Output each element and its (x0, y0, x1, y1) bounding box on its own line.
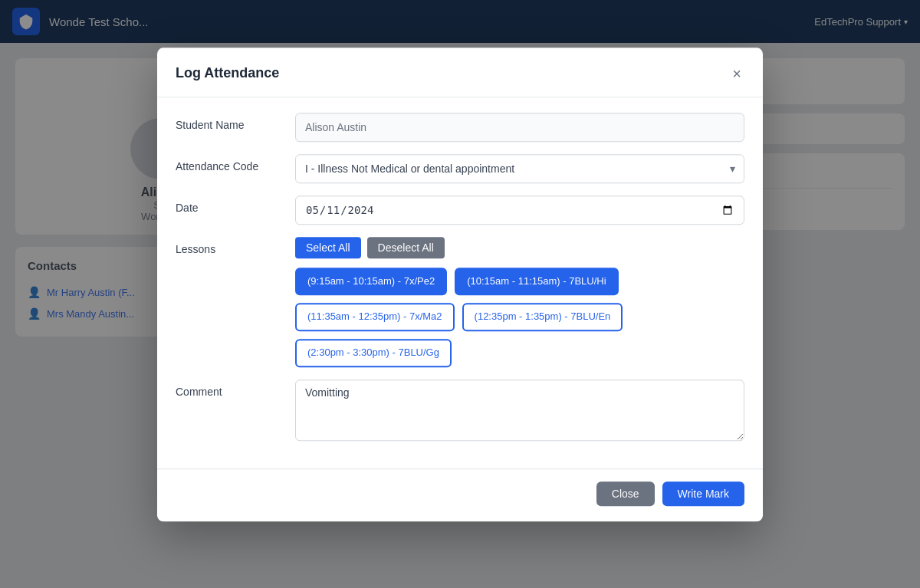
date-input[interactable] (295, 195, 744, 225)
log-attendance-modal: Log Attendance × Student Name Attendance… (157, 48, 763, 522)
student-name-label: Student Name (176, 113, 283, 131)
attendance-code-wrapper: I - Illness Not Medical or dental appoin… (295, 154, 744, 183)
comment-row: Comment Vomitting (176, 379, 744, 441)
lessons-grid: (9:15am - 10:15am) - 7x/Pe2 (10:15am - 1… (295, 268, 744, 368)
modal-body: Student Name Attendance Code I - Illness… (157, 97, 763, 469)
lessons-label: Lessons (176, 237, 283, 255)
lesson-button-5[interactable]: (2:30pm - 3:30pm) - 7BLU/Gg (295, 340, 452, 368)
deselect-all-button[interactable]: Deselect All (367, 237, 445, 258)
close-modal-button[interactable]: Close (596, 481, 655, 506)
write-mark-button[interactable]: Write Mark (662, 481, 744, 506)
attendance-code-select[interactable]: I - Illness Not Medical or dental appoin… (295, 154, 744, 183)
comment-textarea[interactable]: Vomitting (295, 379, 744, 441)
modal-title: Log Attendance (176, 65, 279, 81)
student-name-row: Student Name (176, 113, 744, 142)
lessons-row: Lessons Select All Deselect All (9:15am … (176, 237, 744, 368)
modal-header: Log Attendance × (157, 48, 763, 97)
date-label: Date (176, 195, 283, 214)
comment-label: Comment (176, 379, 283, 398)
lessons-controls: Select All Deselect All (295, 237, 744, 258)
student-name-field (295, 113, 744, 142)
attendance-code-row: Attendance Code I - Illness Not Medical … (176, 154, 744, 183)
lesson-button-3[interactable]: (11:35am - 12:35pm) - 7x/Ma2 (295, 304, 455, 332)
modal-close-button[interactable]: × (729, 63, 744, 84)
attendance-code-label: Attendance Code (176, 154, 283, 172)
lesson-button-1[interactable]: (9:15am - 10:15am) - 7x/Pe2 (295, 268, 447, 296)
date-row: Date (176, 195, 744, 225)
lesson-button-2[interactable]: (10:15am - 11:15am) - 7BLU/Hi (455, 268, 618, 296)
modal-footer: Close Write Mark (157, 468, 763, 521)
lessons-content: Select All Deselect All (9:15am - 10:15a… (295, 237, 744, 368)
lesson-button-4[interactable]: (12:35pm - 1:35pm) - 7BLU/En (462, 304, 623, 332)
select-all-button[interactable]: Select All (295, 237, 361, 258)
